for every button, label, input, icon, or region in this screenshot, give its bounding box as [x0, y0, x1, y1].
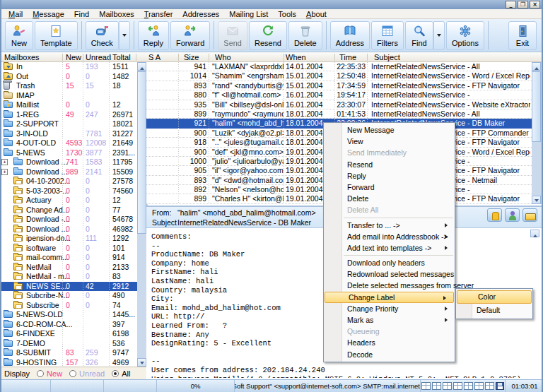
- mailbox-item-imap[interactable]: IMAP: [1, 91, 146, 101]
- context-menu-item-new-message[interactable]: New Message: [324, 124, 455, 136]
- mailbox-item-9-hosting[interactable]: 9-HOSTING1573264969: [1, 358, 146, 367]
- toolbar-dropdown-check[interactable]: [119, 21, 130, 50]
- mailbox-item-5-news[interactable]: 5-NEWS173038772391...: [1, 148, 146, 158]
- mailbox-item-5-03-2003[interactable]: 5-03-2003-...0074560: [1, 186, 146, 196]
- menu-item-mail[interactable]: Mail: [4, 9, 28, 19]
- toolbar-button-exit[interactable]: Exit: [508, 21, 537, 50]
- column-header-size[interactable]: Size: [184, 53, 199, 61]
- layout-icon[interactable]: [464, 382, 473, 390]
- mailbox-item-in[interactable]: In51931511: [1, 62, 146, 72]
- submenu-item-color[interactable]: Color: [457, 290, 532, 304]
- scroll-down-icon[interactable]: [532, 196, 541, 204]
- submenu-item-default[interactable]: Default: [456, 304, 532, 317]
- menu-item-addresses[interactable]: Addresses: [177, 9, 224, 19]
- title-bar[interactable]: _❐×: [1, 0, 542, 9]
- column-header-toltal[interactable]: Toltal: [112, 53, 131, 61]
- column-header-subject[interactable]: Subject: [374, 53, 400, 61]
- context-menu-item-decode[interactable]: Decode: [324, 349, 455, 360]
- mailbox-item-2-support[interactable]: 2-SUPPORT18021: [1, 119, 146, 129]
- mailbox-item-maillist[interactable]: Maillist0012: [1, 100, 146, 110]
- scroll-thumb[interactable]: [137, 71, 146, 234]
- display-radio-all[interactable]: [112, 370, 119, 377]
- mailbox-item-1-reg[interactable]: 1-REG4924726971: [1, 110, 146, 120]
- column-header-time[interactable]: Time: [339, 53, 356, 61]
- save-icon[interactable]: [496, 382, 504, 390]
- close-button[interactable]: ×: [530, 1, 540, 8]
- mailbox-item-isoftware[interactable]: isoftware00101: [1, 244, 146, 254]
- mailbox-item-download[interactable]: +Download ...989214115509: [1, 167, 146, 177]
- menu-item-mailboxes[interactable]: Mailboxes: [94, 9, 139, 19]
- column-header-mailboxes[interactable]: Mailboxes: [4, 53, 40, 61]
- context-menu-item-transfer-to[interactable]: Transfer to ... ->: [324, 220, 455, 231]
- person-icon[interactable]: [505, 208, 520, 222]
- folder-icon[interactable]: [522, 208, 537, 222]
- context-menu-item-view[interactable]: View: [324, 136, 455, 147]
- column-header-who[interactable]: Who: [215, 53, 231, 61]
- context-menu-item-resend[interactable]: Resend: [324, 159, 455, 170]
- menu-item-mailing-list[interactable]: Mailing List: [224, 9, 273, 19]
- mailbox-column-header[interactable]: MailboxesNewUnreadToltal: [1, 52, 146, 62]
- mailbox-item-subcribe-n[interactable]: Subcribe-N...00490: [1, 291, 146, 301]
- mailbox-item-6-findexe[interactable]: 6-FINDEXE6198: [1, 329, 146, 339]
- column-header-new[interactable]: New: [66, 53, 81, 61]
- context-menu-item-add-text-into-templates[interactable]: Add text into templates ->: [324, 242, 455, 254]
- context-menu-item-redownload-selected-messages[interactable]: Redownload selected messages: [324, 268, 455, 280]
- toolbar-button-forward[interactable]: Forward: [170, 21, 210, 50]
- toolbar-button-new[interactable]: New: [5, 21, 33, 50]
- context-menu-item-headers[interactable]: Headers: [324, 337, 455, 348]
- column-header-when[interactable]: When: [286, 53, 306, 61]
- clock-cell[interactable]: 01:03:01: [506, 380, 543, 392]
- tree-expander-icon[interactable]: +: [1, 159, 8, 165]
- menu-item-tools[interactable]: Tools: [273, 9, 301, 19]
- mailbox-item-6-cd-rom-ca[interactable]: 6-CD-ROM-CA...397: [1, 320, 146, 330]
- mailbox-item-netmail[interactable]: NetMail002133: [1, 263, 146, 273]
- toolbar-button-check[interactable]: Check: [86, 21, 119, 50]
- column-header-unread[interactable]: Unread: [86, 53, 111, 61]
- toolbar-button-find[interactable]: Find: [405, 21, 433, 50]
- layout-icon[interactable]: [474, 382, 484, 390]
- context-menu-item-add-email-into-addressbook[interactable]: Add email into Addressbook ->: [324, 231, 455, 242]
- toolbar-button-delete[interactable]: Delete: [288, 21, 322, 50]
- menu-item-find[interactable]: Find: [69, 9, 94, 19]
- mailbox-item-download[interactable]: Download ...0046982: [1, 225, 146, 234]
- toolbar-button-filters[interactable]: Filters: [371, 21, 404, 50]
- minimize-button[interactable]: _: [506, 1, 516, 8]
- message-column-header[interactable]: S ASizeWhoWhenTimeSubject: [146, 52, 542, 62]
- display-radio-unread[interactable]: [69, 370, 76, 377]
- toolbar-button-send[interactable]: Send: [218, 21, 247, 50]
- layout-icon[interactable]: [453, 382, 462, 390]
- layout-icons-cell[interactable]: [421, 380, 506, 392]
- context-menu-item-forward[interactable]: Forward: [324, 182, 455, 193]
- mailbox-item-news-se[interactable]: NEWS SE...0422912: [1, 282, 146, 292]
- message-row[interactable]: 893"rand" <randyburtis@yah15.01.200417:3…: [146, 81, 542, 90]
- menu-item-transfer[interactable]: Transfer: [139, 9, 178, 19]
- account-cell[interactable]: "InternetSoft Support" <support@internet…: [235, 380, 421, 392]
- preview-scroll-up-icon[interactable]: [530, 230, 539, 237]
- mailbox-item-change-ad[interactable]: Change Ad...0077: [1, 206, 146, 215]
- mailbox-item-actuary[interactable]: Actuary0012: [1, 196, 146, 206]
- layout-icon[interactable]: [485, 382, 494, 390]
- message-row[interactable]: 1014"Shamim" <engrshamim@15.01.200412:50…: [146, 71, 542, 81]
- mailbox-item-trash[interactable]: Trash151518: [1, 81, 146, 91]
- scroll-up-icon[interactable]: [137, 62, 146, 71]
- message-row[interactable]: 899"raymundo" <raymundod18.01.200401:41:…: [146, 109, 542, 119]
- scroll-down-icon[interactable]: [137, 358, 146, 367]
- mailbox-item-4-out-old[interactable]: 4-OUT-OLD45931200821649: [1, 138, 146, 148]
- context-menu-item-delete-selected-messages-from-server[interactable]: Delete selected messages from server: [324, 280, 455, 291]
- column-header-s-a[interactable]: S A: [148, 53, 160, 61]
- toolbar-dropdown-find[interactable]: [433, 21, 445, 50]
- scroll-up-icon[interactable]: [532, 62, 541, 71]
- layout-icon[interactable]: [432, 382, 441, 390]
- restore-button[interactable]: ❐: [518, 1, 528, 8]
- context-menu-item-mark-as[interactable]: Mark as: [324, 314, 455, 326]
- progress-cell[interactable]: 0%: [157, 380, 235, 392]
- toolbar-button-resend[interactable]: Resend: [249, 21, 287, 50]
- message-row[interactable]: 941"LAXMAN" <laxprddxb@14.01.200422:35:3…: [146, 62, 542, 71]
- context-menu-item-delete[interactable]: Delete: [324, 193, 455, 204]
- mailbox-item-netmail-m[interactable]: NetMail - m...0083: [1, 272, 146, 282]
- menu-item-message[interactable]: Message: [28, 9, 69, 19]
- mailbox-item-download[interactable]: +Download ...741158311795: [1, 158, 146, 167]
- mailbox-item-3-in-old[interactable]: 3-IN-OLD778131227: [1, 129, 146, 139]
- mailbox-item-ipension-do[interactable]: ipension-do...01111292: [1, 234, 146, 244]
- sidebar-scrollbar[interactable]: [137, 62, 146, 367]
